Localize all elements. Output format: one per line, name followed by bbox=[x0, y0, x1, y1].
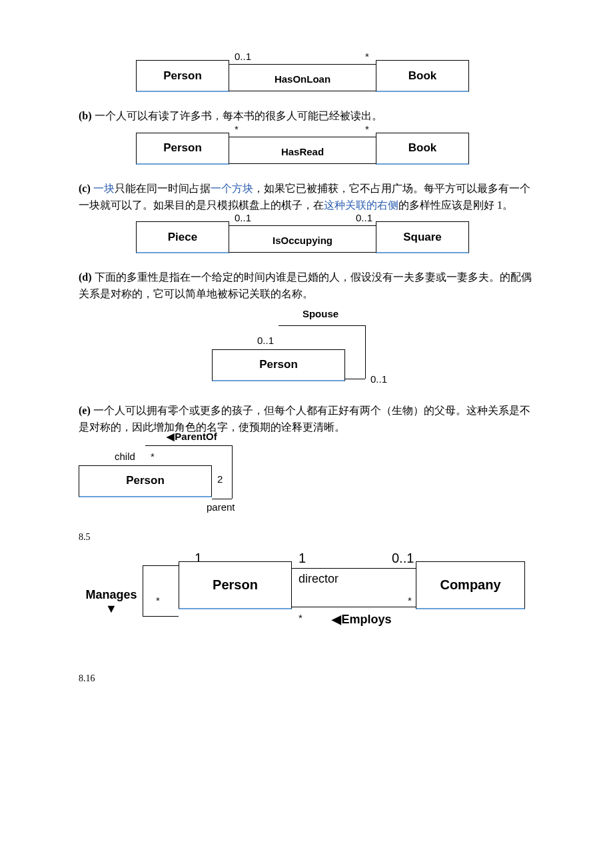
manages-top-line bbox=[143, 565, 179, 566]
employs-right-mult: * bbox=[408, 595, 412, 606]
mult-left: 0..1 bbox=[235, 212, 251, 223]
label-d: (d) bbox=[79, 271, 92, 283]
paragraph-b: (b) 一个人可以有读了许多书，每本书的很多人可能已经被读出。 bbox=[79, 108, 534, 125]
section-8-5: 8.5 bbox=[79, 532, 534, 543]
label-b: (b) bbox=[79, 110, 92, 121]
class-label: Book bbox=[408, 141, 437, 155]
class-label: Person bbox=[163, 69, 202, 83]
assoc-line-top bbox=[229, 225, 376, 226]
assoc-name: ◀ParentOf bbox=[159, 431, 225, 443]
class-person: Person bbox=[212, 349, 345, 381]
class-person: Person bbox=[136, 60, 229, 92]
assoc-name: Spouse bbox=[297, 308, 344, 319]
class-label: Person bbox=[259, 358, 298, 371]
text-d: 下面的多重性是指在一个给定的时间内谁是已婚的人，假设没有一夫多妻或一妻多夫。的配… bbox=[79, 271, 532, 299]
mult-top: 0..1 bbox=[257, 335, 274, 346]
diagram-8-5: Manages ▼ 1 * Person 1 director 0..1 * ◀… bbox=[85, 547, 525, 647]
manages-bottom-line bbox=[143, 616, 179, 617]
class-person: Person bbox=[79, 465, 212, 497]
diagram-b: Person * * HasRead Book bbox=[136, 133, 469, 169]
self-line-top bbox=[279, 325, 365, 326]
section-8-16: 8.16 bbox=[79, 673, 534, 684]
manages-name: Manages ▼ bbox=[81, 588, 141, 616]
diagram-e: ◀ParentOf child * Person 2 parent bbox=[79, 436, 252, 516]
diagram-d: Spouse 0..1 Person 0..1 bbox=[212, 311, 385, 391]
class-label: Square bbox=[403, 231, 442, 244]
self-line-right bbox=[365, 325, 366, 379]
self-line-bottom bbox=[345, 379, 365, 379]
class-label: Person bbox=[213, 577, 258, 593]
director-role: director bbox=[299, 572, 338, 586]
role-child: child bbox=[115, 451, 135, 462]
mult-parent: 2 bbox=[217, 473, 223, 485]
paragraph-d: (d) 下面的多重性是指在一个给定的时间内谁是已婚的人，假设没有一夫多妻或一妻多… bbox=[79, 269, 534, 303]
c-link1: 一块 bbox=[93, 183, 115, 194]
class-book: Book bbox=[376, 60, 469, 92]
class-company: Company bbox=[416, 561, 525, 609]
paragraph-c: (c) 一块只能在同一时间占据一个方块，如果它已被捕获，它不占用广场。每平方可以… bbox=[79, 181, 534, 214]
mult-right: 0..1 bbox=[356, 212, 372, 223]
text-b: 一个人可以有读了许多书，每本书的很多人可能已经被读出。 bbox=[92, 110, 382, 121]
assoc-line-bottom bbox=[229, 163, 376, 164]
role-parent: parent bbox=[207, 501, 235, 513]
manages-left-line bbox=[143, 565, 143, 616]
class-book: Book bbox=[376, 133, 469, 165]
class-label: Person bbox=[163, 141, 202, 155]
director-right-mult: 0..1 bbox=[392, 551, 414, 566]
class-label: Piece bbox=[168, 231, 197, 244]
c-p4: 的多样性应该是刚好 1。 bbox=[398, 199, 513, 211]
employs-name: ◀Employs bbox=[325, 612, 398, 627]
director-line bbox=[292, 568, 416, 569]
self-line-bottom bbox=[212, 499, 232, 499]
assoc-line-top bbox=[229, 64, 376, 65]
assoc-line-bottom bbox=[229, 91, 376, 91]
assoc-name: HasOnLoan bbox=[229, 73, 376, 85]
paragraph-e: (e) 一个人可以拥有零个或更多的孩子，但每个人都有正好有两个（生物）的父母。这… bbox=[79, 403, 534, 436]
c-link3: 这种关联的右侧 bbox=[324, 199, 398, 211]
diagram-c: Piece 0..1 0..1 IsOccupying Square bbox=[136, 221, 469, 257]
class-label: Person bbox=[126, 474, 165, 487]
class-square: Square bbox=[376, 221, 469, 253]
manages-bottom-mult: * bbox=[156, 595, 160, 606]
mult-left: 0..1 bbox=[235, 51, 251, 62]
mult-child: * bbox=[151, 451, 155, 462]
class-person: Person bbox=[179, 561, 292, 609]
diagram-a: Person 0..1 * HasOnLoan Book bbox=[136, 60, 469, 96]
class-label: Company bbox=[440, 577, 500, 593]
self-line-right bbox=[232, 445, 233, 499]
director-left-mult: 1 bbox=[299, 551, 306, 566]
assoc-name: HasRead bbox=[229, 146, 376, 157]
employs-line bbox=[292, 607, 416, 607]
class-label: Book bbox=[408, 69, 437, 83]
self-line-top bbox=[145, 445, 232, 446]
document-page: Person 0..1 * HasOnLoan Book (b) 一个人可以有读… bbox=[0, 0, 613, 868]
mult-bottom: 0..1 bbox=[370, 373, 387, 385]
label-c: (c) bbox=[79, 183, 91, 194]
c-p2: 只能在同一时间占据 bbox=[115, 183, 211, 194]
assoc-name: IsOccupying bbox=[229, 235, 376, 246]
employs-left-mult: * bbox=[299, 612, 303, 623]
text-e: 一个人可以拥有零个或更多的孩子，但每个人都有正好有两个（生物）的父母。这种关系是… bbox=[79, 405, 530, 433]
assoc-line-bottom bbox=[229, 252, 376, 253]
class-piece: Piece bbox=[136, 221, 229, 253]
c-link2: 一个方块 bbox=[211, 183, 253, 194]
assoc-line-top bbox=[229, 137, 376, 137]
mult-left: * bbox=[235, 123, 239, 135]
class-person: Person bbox=[136, 133, 229, 165]
mult-right: * bbox=[365, 123, 369, 135]
mult-right: * bbox=[365, 51, 369, 62]
label-e: (e) bbox=[79, 405, 91, 416]
